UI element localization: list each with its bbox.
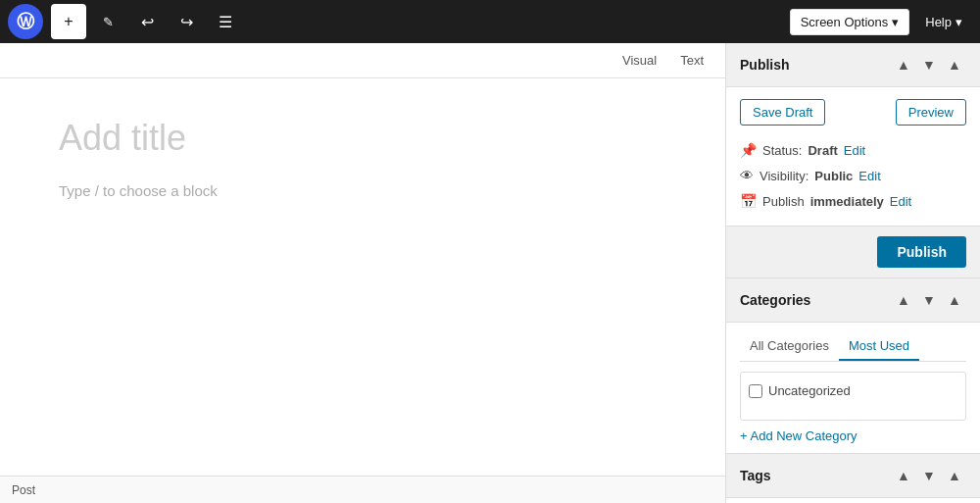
undo-icon: ↩ xyxy=(141,13,154,31)
menu-button[interactable]: ☰ xyxy=(208,4,243,39)
edit-icon: ✎ xyxy=(103,15,114,29)
list-item[interactable]: Uncategorized xyxy=(749,380,957,401)
publish-panel-up-button[interactable]: ▲ xyxy=(892,53,915,76)
tab-all-categories[interactable]: All Categories xyxy=(740,332,839,361)
wp-logo[interactable]: Ⓦ xyxy=(8,4,43,39)
categories-panel-up-button[interactable]: ▲ xyxy=(892,288,915,312)
publish-time-edit-link[interactable]: Edit xyxy=(890,194,911,209)
add-block-button[interactable]: + xyxy=(51,4,86,39)
tags-panel-up-button[interactable]: ▲ xyxy=(892,464,915,487)
tags-panel-down-button[interactable]: ▼ xyxy=(917,464,941,487)
publish-time-label: Publish xyxy=(762,194,805,209)
category-checkbox-uncategorized[interactable] xyxy=(749,384,762,398)
visibility-label: Visibility: xyxy=(760,169,808,183)
categories-panel-body: All Categories Most Used Uncategorized +… xyxy=(726,323,980,453)
categories-panel: Categories ▲ ▼ ▲ All Categories Most Use… xyxy=(726,278,980,454)
publish-panel-body: Save Draft Preview 📌 Status: Draft Edit … xyxy=(726,87,980,226)
publish-panel: Publish ▲ ▼ ▲ Save Draft Preview 📌 Statu… xyxy=(726,43,980,278)
tags-panel-collapse-button[interactable]: ▲ xyxy=(943,464,966,487)
toolbar-right: Screen Options ▾ Help ▾ xyxy=(790,9,972,35)
save-draft-button[interactable]: Save Draft xyxy=(740,99,825,126)
screen-options-button[interactable]: Screen Options ▾ xyxy=(790,9,910,35)
status-edit-link[interactable]: Edit xyxy=(844,143,865,158)
visibility-row: 👁 Visibility: Public Edit xyxy=(740,163,966,188)
editor-content: Type / to choose a block xyxy=(0,78,725,476)
redo-icon: ↪ xyxy=(180,13,193,31)
help-button[interactable]: Help ▾ xyxy=(915,10,972,34)
tags-panel-controls: ▲ ▼ ▲ xyxy=(892,464,966,487)
publish-panel-down-button[interactable]: ▼ xyxy=(917,53,941,76)
categories-panel-down-button[interactable]: ▼ xyxy=(917,288,941,312)
publish-panel-controls: ▲ ▼ ▲ xyxy=(892,53,966,76)
add-icon: + xyxy=(64,13,73,30)
block-placeholder[interactable]: Type / to choose a block xyxy=(59,182,666,199)
tags-panel-header: Tags ▲ ▼ ▲ xyxy=(726,454,980,498)
publish-time-value: immediately xyxy=(810,194,884,209)
sidebar: Publish ▲ ▼ ▲ Save Draft Preview 📌 Statu… xyxy=(725,43,980,503)
screen-options-label: Screen Options xyxy=(801,15,889,29)
edit-button[interactable]: ✎ xyxy=(90,4,125,39)
wp-icon: Ⓦ xyxy=(17,10,34,33)
tab-visual[interactable]: Visual xyxy=(612,49,666,72)
screen-options-arrow-icon: ▾ xyxy=(892,15,899,29)
editor-footer: Post xyxy=(0,476,725,503)
title-input[interactable] xyxy=(59,118,666,159)
editor-format-toolbar: Visual Text xyxy=(0,43,725,78)
publish-panel-title: Publish xyxy=(740,57,892,73)
status-row: 📌 Status: Draft Edit xyxy=(740,137,966,163)
categories-panel-title: Categories xyxy=(740,292,892,308)
menu-icon: ☰ xyxy=(219,13,232,31)
help-arrow-icon: ▾ xyxy=(956,15,962,29)
publish-action-buttons: Save Draft Preview xyxy=(740,99,966,126)
add-new-category-link[interactable]: + Add New Category xyxy=(740,428,858,443)
publish-panel-header: Publish ▲ ▼ ▲ xyxy=(726,43,980,87)
editor-area: Visual Text Type / to choose a block Pos… xyxy=(0,43,725,503)
categories-list: Uncategorized xyxy=(740,372,966,421)
publish-panel-collapse-button[interactable]: ▲ xyxy=(943,53,966,76)
post-type-label: Post xyxy=(12,483,35,497)
toolbar: Ⓦ + ✎ ↩ ↪ ☰ Screen Options ▾ Help ▾ xyxy=(0,0,980,43)
undo-button[interactable]: ↩ xyxy=(129,4,165,39)
status-icon: 📌 xyxy=(740,142,757,158)
publish-time-row: 📅 Publish immediately Edit xyxy=(740,188,966,214)
visibility-value: Public xyxy=(814,169,853,183)
visibility-icon: 👁 xyxy=(740,168,754,183)
tags-panel-title: Tags xyxy=(740,468,892,483)
visibility-edit-link[interactable]: Edit xyxy=(858,169,880,183)
status-label: Status: xyxy=(762,143,802,158)
preview-button[interactable]: Preview xyxy=(896,99,966,126)
main-area: Visual Text Type / to choose a block Pos… xyxy=(0,43,980,503)
publish-button[interactable]: Publish xyxy=(877,236,966,268)
calendar-icon: 📅 xyxy=(740,193,757,209)
status-value: Draft xyxy=(808,143,837,158)
tab-text[interactable]: Text xyxy=(670,49,713,72)
categories-tabs: All Categories Most Used xyxy=(740,332,966,362)
category-label-uncategorized: Uncategorized xyxy=(768,383,851,398)
help-label: Help xyxy=(925,15,952,29)
publish-footer: Publish xyxy=(726,226,980,277)
categories-panel-header: Categories ▲ ▼ ▲ xyxy=(726,278,980,323)
categories-panel-collapse-button[interactable]: ▲ xyxy=(943,288,966,312)
tags-panel-body: Add xyxy=(726,498,980,503)
tags-panel: Tags ▲ ▼ ▲ Add xyxy=(726,454,980,503)
tab-most-used[interactable]: Most Used xyxy=(839,332,919,361)
redo-button[interactable]: ↪ xyxy=(169,4,204,39)
categories-panel-controls: ▲ ▼ ▲ xyxy=(892,288,966,312)
